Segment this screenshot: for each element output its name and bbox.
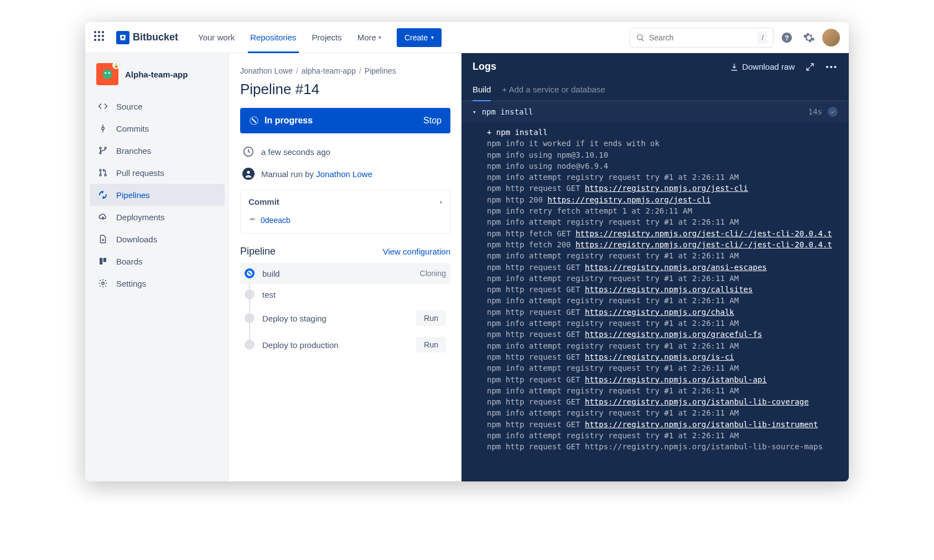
boards-icon: [97, 256, 108, 267]
commit-icon: [248, 215, 256, 225]
nav-items: Your work Repositories Projects More▾: [191, 22, 388, 53]
search-input[interactable]: /: [630, 28, 774, 48]
sidebar-item-label: Branches: [116, 146, 151, 155]
download-raw-button[interactable]: Download raw: [730, 62, 795, 71]
log-line: npm http request GET https://registry.np…: [487, 419, 838, 430]
log-group-toggle[interactable]: ▾ npm install 14s: [461, 101, 849, 122]
product-logo[interactable]: Bitbucket: [116, 31, 178, 44]
settings-icon: [97, 278, 108, 289]
check-icon: [828, 107, 838, 117]
pipeline-step[interactable]: buildCloning: [240, 263, 450, 284]
pipeline-step[interactable]: test: [240, 284, 450, 305]
breadcrumbs: Jonathon Lowe / alpha-team-app / Pipelin…: [240, 66, 450, 75]
log-link[interactable]: https://registry.npmjs.org/jest-cli: [585, 184, 748, 193]
logs-panel: Logs Download raw ••• Build + Add a serv…: [461, 53, 849, 481]
log-link[interactable]: https://registry.npmjs.org/istanbul-lib-…: [585, 420, 818, 429]
nav-repositories[interactable]: Repositories: [243, 22, 303, 53]
repo-avatar: 🔒: [96, 63, 118, 85]
commit-toggle[interactable]: Commit ›: [241, 190, 450, 213]
nav-your-work[interactable]: Your work: [191, 22, 241, 53]
log-link[interactable]: https://registry.npmjs.org/jest-cli/-/je…: [575, 240, 832, 249]
more-icon[interactable]: •••: [826, 62, 838, 71]
nav-projects[interactable]: Projects: [305, 22, 349, 53]
sidebar-item-branches[interactable]: Branches: [90, 139, 225, 162]
log-line: npm info using npm@3.10.10: [487, 149, 838, 160]
log-link[interactable]: https://registry.npmjs.org/istanbul-lib-…: [585, 397, 809, 406]
log-line: npm info attempt registry request try #1…: [487, 172, 838, 183]
log-link[interactable]: https://registry.npmjs.org/ansi-escapes: [585, 263, 767, 272]
sidebar-item-pipelines[interactable]: Pipelines: [90, 184, 225, 206]
log-link[interactable]: https://registry.npmjs.org/is-ci: [585, 352, 734, 361]
sidebar-item-settings[interactable]: Settings: [90, 272, 225, 294]
svg-point-13: [100, 169, 101, 171]
log-line: npm http fetch 200 https://registry.npmj…: [487, 239, 838, 250]
create-button[interactable]: Create▾: [397, 28, 442, 47]
log-line: npm info attempt registry request try #1…: [487, 340, 838, 351]
stop-button[interactable]: Stop: [423, 116, 442, 126]
pipeline-steps: buildCloningtestDeploy to stagingRunDepl…: [240, 263, 450, 358]
sidebar-item-pulls[interactable]: Pull requests: [90, 162, 225, 184]
user-avatar[interactable]: [822, 29, 840, 46]
pulls-icon: [97, 167, 108, 178]
sidebar-item-boards[interactable]: Boards: [90, 250, 225, 272]
app-switcher-icon[interactable]: [94, 31, 107, 44]
log-line: npm http request GET https://registry.np…: [487, 441, 838, 452]
crumb-section[interactable]: Pipelines: [365, 66, 396, 75]
run-button[interactable]: Run: [416, 310, 446, 326]
sidebar-item-commits[interactable]: Commits: [90, 117, 225, 139]
log-line: npm info using node@v6.9.4: [487, 160, 838, 172]
run-button[interactable]: Run: [416, 337, 446, 352]
sidebar-item-downloads[interactable]: Downloads: [90, 228, 225, 250]
log-link[interactable]: https://registry.npmjs.org/istanbul-api: [585, 375, 767, 384]
settings-icon[interactable]: [800, 29, 818, 46]
search-field[interactable]: [649, 33, 753, 42]
log-link[interactable]: https://registry.npmjs.org/callsites: [585, 285, 753, 294]
crumb-repo[interactable]: alpha-team-app: [302, 66, 356, 75]
logs-title: Logs: [473, 61, 496, 72]
log-line: + npm install: [487, 127, 838, 138]
sidebar-item-deployments[interactable]: Deployments: [90, 206, 225, 228]
main-content: Jonathon Lowe / alpha-team-app / Pipelin…: [229, 53, 461, 481]
pipeline-step[interactable]: Deploy to stagingRun: [240, 305, 450, 331]
log-line: npm info attempt registry request try #1…: [487, 407, 838, 418]
chevron-down-icon: ▾: [473, 108, 476, 116]
status-text: In progress: [264, 116, 313, 126]
download-icon: [730, 63, 739, 71]
help-icon[interactable]: ?: [778, 29, 796, 46]
chevron-right-icon: ›: [440, 198, 442, 206]
pipeline-step[interactable]: Deploy to productionRun: [240, 331, 450, 358]
log-link[interactable]: https://registry.npmjs.org/graceful-fs: [585, 330, 762, 339]
source-icon: [97, 101, 108, 112]
log-link[interactable]: https://registry.npmjs.org/jest-cli: [548, 195, 711, 204]
logs-tab-build[interactable]: Build: [473, 80, 491, 101]
log-link[interactable]: https://registry.npmjs.org/chalk: [585, 308, 734, 317]
step-dot-icon: [245, 313, 255, 323]
svg-point-18: [102, 282, 105, 285]
commit-hash[interactable]: 0deeacb: [261, 216, 290, 225]
runner-link[interactable]: Jonathon Lowe: [316, 169, 372, 179]
log-line: npm info attempt registry request try #1…: [487, 318, 838, 329]
chevron-down-icon: ▾: [378, 34, 381, 40]
step-label: Deploy to staging: [262, 314, 326, 323]
svg-point-6: [108, 72, 110, 74]
svg-line-1: [642, 39, 644, 40]
log-link[interactable]: https://registry.npmjs.org/jest-cli/-/je…: [575, 229, 832, 238]
sidebar-item-label: Pull requests: [116, 168, 164, 178]
svg-point-7: [102, 127, 105, 130]
sidebar-item-label: Settings: [116, 279, 146, 288]
svg-point-0: [637, 34, 642, 39]
repo-header[interactable]: 🔒 Alpha-team-app: [90, 63, 225, 95]
nav-more[interactable]: More▾: [351, 22, 388, 53]
pipeline-heading: Pipeline: [240, 246, 276, 257]
sidebar-item-source[interactable]: Source: [90, 95, 225, 117]
svg-point-12: [100, 152, 101, 154]
search-shortcut: /: [757, 32, 767, 44]
svg-rect-16: [100, 258, 102, 265]
crumb-owner[interactable]: Jonathon Lowe: [240, 66, 293, 75]
bitbucket-icon: [116, 31, 129, 44]
logs-tab-add-service[interactable]: + Add a service or database: [502, 80, 605, 101]
product-name: Bitbucket: [133, 32, 178, 43]
view-configuration-link[interactable]: View configuration: [383, 247, 450, 256]
expand-icon[interactable]: [806, 63, 814, 71]
chevron-down-icon: ▾: [431, 34, 434, 40]
